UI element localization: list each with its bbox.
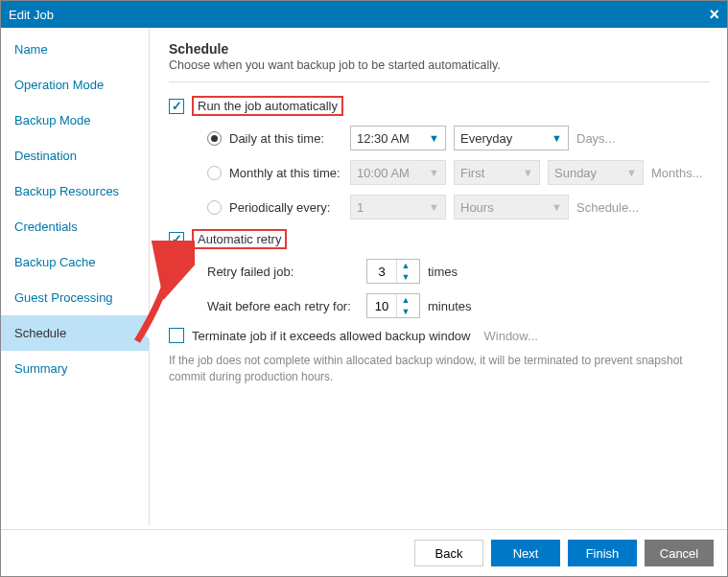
periodic-label: Periodically every: (229, 200, 342, 215)
monthly-label: Monthly at this time: (229, 166, 342, 180)
periodic-radio[interactable] (207, 200, 222, 215)
retry-count-input[interactable] (367, 265, 396, 279)
page-title: Schedule (169, 41, 710, 57)
chevron-down-icon: ▼ (429, 201, 439, 213)
sidebar-item-credentials[interactable]: Credentials (1, 209, 149, 244)
sidebar-item-schedule[interactable]: Schedule (1, 315, 149, 351)
sidebar-item-name[interactable]: Name (1, 32, 149, 67)
spin-down-icon[interactable]: ▼ (397, 306, 414, 317)
run-auto-checkbox[interactable] (169, 99, 184, 114)
run-auto-label: Run the job automatically (192, 96, 343, 116)
monthly-radio[interactable] (207, 166, 222, 180)
chevron-down-icon: ▼ (552, 132, 562, 144)
chevron-down-icon: ▼ (429, 132, 439, 144)
auto-retry-checkbox[interactable] (169, 232, 184, 247)
window-title: Edit Job (9, 8, 54, 22)
wait-row: Wait before each retry for: ▲▼ minutes (169, 293, 710, 318)
terminate-row: Terminate job if it exceeds allowed back… (169, 328, 710, 343)
sidebar-item-backup-resources[interactable]: Backup Resources (1, 173, 149, 209)
daily-time-select[interactable]: 12:30 AM▼ (350, 126, 446, 150)
terminate-window-link: Window... (484, 329, 538, 343)
main-panel: Schedule Choose when you want backup job… (150, 28, 727, 526)
daily-row: Daily at this time: 12:30 AM▼ Everyday▼ … (169, 126, 710, 150)
monthly-time-select: 10:00 AM▼ (350, 160, 446, 185)
sidebar-item-backup-cache[interactable]: Backup Cache (1, 244, 149, 280)
monthly-row: Monthly at this time: 10:00 AM▼ First▼ S… (169, 160, 710, 185)
monthly-ord-select: First▼ (454, 160, 540, 185)
spin-down-icon[interactable]: ▼ (397, 271, 414, 283)
wait-input[interactable] (367, 299, 396, 313)
monthly-months-link: Months... (651, 166, 702, 180)
finish-button[interactable]: Finish (568, 540, 637, 566)
periodic-schedule-link: Schedule... (576, 200, 639, 215)
title-bar: Edit Job × (1, 1, 727, 28)
terminate-checkbox[interactable] (169, 328, 184, 343)
wait-suffix: minutes (428, 299, 472, 313)
terminate-label: Terminate job if it exceeds allowed back… (192, 329, 471, 343)
content-area: Name Operation Mode Backup Mode Destinat… (1, 28, 727, 526)
auto-retry-row: Automatic retry (169, 229, 710, 249)
close-icon[interactable]: × (709, 5, 719, 25)
daily-label: Daily at this time: (229, 131, 342, 146)
spin-up-icon[interactable]: ▲ (397, 294, 414, 306)
next-button[interactable]: Next (491, 540, 560, 566)
daily-day-select[interactable]: Everyday▼ (454, 126, 569, 150)
periodic-value-select: 1▼ (350, 195, 446, 219)
sidebar-item-guest-processing[interactable]: Guest Processing (1, 280, 149, 315)
wait-spinner[interactable]: ▲▼ (366, 293, 420, 318)
retry-suffix: times (428, 265, 458, 279)
footer-buttons: Back Next Finish Cancel (1, 529, 727, 576)
run-auto-row: Run the job automatically (169, 96, 710, 116)
sidebar-item-backup-mode[interactable]: Backup Mode (1, 103, 149, 138)
chevron-down-icon: ▼ (429, 167, 439, 178)
retry-count-spinner[interactable]: ▲▼ (366, 259, 420, 284)
daily-days-link[interactable]: Days... (576, 131, 615, 146)
daily-radio[interactable] (207, 131, 222, 146)
terminate-note: If the job does not complete within allo… (169, 353, 710, 385)
monthly-weekday-select: Sunday▼ (548, 160, 644, 185)
retry-label: Retry failed job: (207, 265, 359, 279)
sidebar-item-summary[interactable]: Summary (1, 351, 149, 386)
retry-count-row: Retry failed job: ▲▼ times (169, 259, 710, 284)
sidebar-item-operation-mode[interactable]: Operation Mode (1, 67, 149, 103)
cancel-button[interactable]: Cancel (645, 540, 714, 566)
chevron-down-icon: ▼ (552, 201, 562, 213)
back-button[interactable]: Back (414, 540, 483, 566)
sidebar-item-destination[interactable]: Destination (1, 138, 149, 173)
wizard-sidebar: Name Operation Mode Backup Mode Destinat… (1, 28, 150, 526)
page-subtitle: Choose when you want backup job to be st… (169, 58, 710, 72)
auto-retry-label: Automatic retry (192, 229, 287, 249)
periodic-row: Periodically every: 1▼ Hours▼ Schedule..… (169, 195, 710, 219)
spin-up-icon[interactable]: ▲ (397, 260, 414, 271)
chevron-down-icon: ▼ (523, 167, 533, 178)
chevron-down-icon: ▼ (626, 167, 637, 178)
divider (169, 81, 710, 82)
periodic-unit-select: Hours▼ (454, 195, 569, 219)
wait-label: Wait before each retry for: (207, 299, 359, 313)
